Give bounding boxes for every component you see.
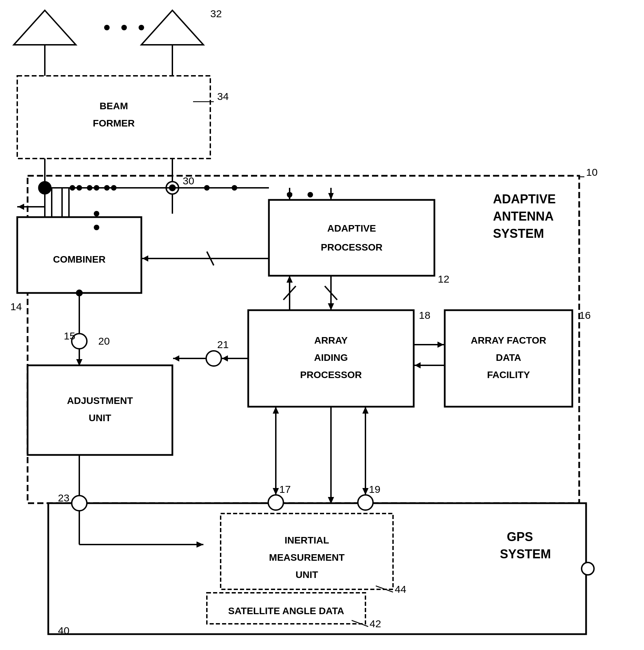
svg-point-63 [94,225,99,230]
svg-marker-41 [437,342,444,348]
array-aiding-label2: AIDING [314,352,348,363]
node-21 [206,351,221,366]
node-17 [268,495,283,510]
ref-15-label: 15 [64,330,75,342]
adjustment-unit-label2: UNIT [89,413,111,423]
ref-21-label: 21 [217,339,229,350]
svg-point-15 [308,192,313,197]
inertial-label1: INERTIAL [284,535,329,546]
array-aiding-label1: ARRAY [314,335,348,346]
gps-system-label1: GPS [507,530,533,544]
svg-point-71 [104,185,110,191]
svg-marker-66 [18,204,24,210]
adaptive-antenna-system-label2: ANTENNA [493,209,554,223]
svg-marker-45 [286,276,293,283]
array-factor-label3: FACILITY [487,369,530,380]
ref-14-label: 14 [10,301,22,312]
adaptive-processor-label2: PROCESSOR [321,242,383,253]
svg-marker-34 [328,303,334,310]
svg-marker-39 [173,355,179,362]
svg-point-23 [169,184,176,191]
ref-42-label: 42 [370,618,381,629]
adaptive-processor-box [269,200,434,276]
ref-20-label: 20 [98,335,110,347]
ref-40-label: 40 [58,625,69,636]
gps-output-node [582,562,594,575]
ref-10-label: 10 [586,166,597,178]
svg-point-62 [94,211,99,216]
svg-point-24 [204,185,210,191]
ref-17-label: 17 [279,484,291,495]
ref-16-label: 16 [579,309,591,321]
array-factor-label2: DATA [496,352,521,363]
svg-marker-37 [222,355,228,362]
svg-marker-53 [362,488,369,495]
beam-former-label-1: BEAM [100,101,128,111]
ref-12-label: 12 [438,273,449,285]
adjustment-unit-box [28,365,172,455]
satellite-label1: SATELLITE ANGLE DATA [228,606,344,616]
svg-point-69 [70,185,75,191]
svg-marker-50 [273,488,279,495]
svg-marker-19 [328,193,334,200]
diagram-container: 32 BEAM FORMER 34 30 ADAPTIVE ANT [0,0,644,650]
adaptive-processor-label1: ADAPTIVE [327,223,376,234]
inertial-label3: UNIT [295,569,318,580]
svg-point-25 [232,185,237,191]
beam-former-label-2: FORMER [93,118,134,129]
antenna-left-icon [14,10,76,45]
combiner-label: COMBINER [53,254,105,265]
svg-point-3 [139,25,144,30]
inertial-label2: MEASUREMENT [269,552,344,563]
svg-point-70 [87,185,92,191]
svg-point-1 [104,25,110,30]
ref-23-label: 23 [58,492,69,504]
svg-marker-54 [362,407,369,414]
svg-point-2 [121,25,127,30]
node-23 [72,496,87,511]
ref-34-label: 34 [217,91,229,102]
ref-44-label: 44 [395,583,406,595]
adjustment-unit-label1: ADJUSTMENT [67,395,133,406]
array-aiding-label3: PROCESSOR [300,369,362,380]
adaptive-antenna-system-label3: SYSTEM [493,226,544,241]
ref-30-label: 30 [183,175,194,186]
ref-18-label: 18 [419,309,430,321]
svg-marker-27 [142,255,148,262]
node-19 [358,495,373,510]
ref-32-label: 32 [210,8,222,19]
ref-19-label: 19 [369,484,380,495]
adaptive-antenna-system-label: ADAPTIVE [493,192,556,206]
svg-marker-51 [273,407,279,414]
beam-former-box [17,76,210,159]
svg-marker-43 [415,362,421,368]
antenna-right-icon [141,10,203,45]
array-factor-label1: ARRAY FACTOR [471,335,546,346]
gps-system-label2: SYSTEM [500,547,551,561]
svg-point-30 [76,290,83,296]
